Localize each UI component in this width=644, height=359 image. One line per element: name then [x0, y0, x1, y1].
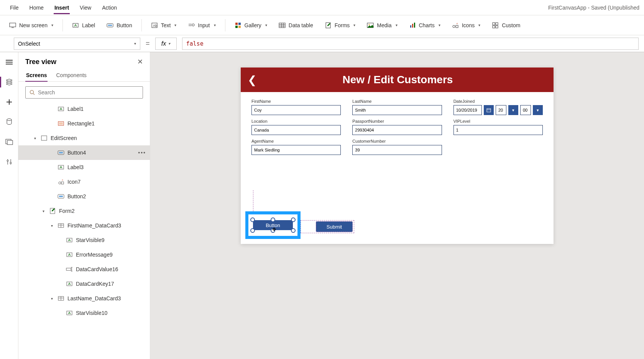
hamburger-button[interactable] — [4, 57, 15, 68]
tree-item-datacardvalue16[interactable]: DataCardValue16 — [18, 262, 150, 277]
tree-item-label3[interactable]: Label3 — [18, 160, 150, 175]
menu-view[interactable]: View — [74, 2, 97, 14]
tab-components[interactable]: Components — [55, 69, 87, 81]
chevron-icon[interactable]: ▾ — [49, 296, 54, 301]
custnum-input[interactable] — [352, 145, 442, 155]
hour-dropdown[interactable]: ▾ — [508, 105, 518, 115]
tab-screens[interactable]: Screens — [25, 69, 48, 81]
vip-label: VIPLevel — [453, 119, 543, 124]
svg-text:+: + — [456, 22, 458, 25]
tree-item-errormessage9[interactable]: ErrorMessage9 — [18, 247, 150, 262]
new-screen-button[interactable]: New screen▾ — [5, 20, 58, 31]
ribbon-button-label: Button — [117, 22, 132, 28]
property-select[interactable]: OnSelect ▾ — [14, 38, 140, 50]
resize-handle[interactable] — [250, 217, 255, 222]
charts-button[interactable]: Charts▾ — [404, 20, 445, 31]
custom-icon — [492, 22, 499, 29]
submit-button[interactable]: Submit — [316, 221, 353, 232]
svg-rect-4 — [108, 25, 112, 26]
menu-file[interactable]: File — [5, 2, 24, 14]
tree-item-starvisible10[interactable]: StarVisible10 — [18, 306, 150, 320]
datatable-button[interactable]: Data table — [274, 20, 318, 31]
form-header: ❮ New / Edit Customers — [241, 68, 554, 92]
menu-action[interactable]: Action — [97, 2, 122, 14]
forms-button[interactable]: Forms▾ — [320, 20, 360, 31]
tree-item-label1[interactable]: Label1 — [18, 102, 150, 116]
resize-handle[interactable] — [291, 228, 296, 233]
vip-input[interactable] — [453, 125, 543, 135]
lastname-input[interactable] — [352, 105, 442, 115]
button4-control[interactable]: Button ✥ — [253, 220, 293, 230]
separator — [62, 19, 63, 31]
resize-handle[interactable] — [271, 217, 275, 222]
menu-insert[interactable]: Insert — [49, 2, 74, 14]
search-input[interactable] — [38, 89, 139, 96]
label-button[interactable]: Label — [67, 20, 100, 31]
ribbon-datatable-label: Data table — [289, 22, 313, 28]
tree-item-label: ErrorMessage9 — [76, 252, 113, 258]
gallery-button[interactable]: Gallery▾ — [230, 20, 272, 31]
custom-button[interactable]: Custom — [487, 20, 525, 31]
media-button[interactable]: Media▾ — [362, 20, 402, 31]
menu-home[interactable]: Home — [24, 2, 49, 14]
tree-item-starvisible9[interactable]: StarVisible9 — [18, 233, 150, 247]
tree-item-button4[interactable]: Button4••• — [18, 145, 150, 160]
ribbon-label: Label — [82, 22, 95, 28]
data-button[interactable] — [4, 117, 15, 127]
charts-icon — [409, 22, 416, 29]
svg-point-25 — [453, 25, 455, 28]
tree-item-lastname_datacard3[interactable]: ▾LastName_DataCard3 — [18, 291, 150, 306]
tree-item-icon7[interactable]: +Icon7 — [18, 175, 150, 189]
text-button[interactable]: Ab Text▾ — [146, 20, 181, 31]
button-icon — [58, 193, 64, 200]
firstname-input[interactable] — [251, 105, 341, 115]
chevron-icon[interactable]: ▾ — [32, 136, 38, 140]
calendar-icon[interactable] — [484, 105, 494, 115]
formula-input[interactable]: false — [182, 38, 639, 50]
resize-handle[interactable] — [291, 217, 296, 222]
icon-icon: + — [58, 178, 64, 185]
tree-item-button2[interactable]: Button2 — [18, 189, 150, 204]
main: Tree view ✕ Screens Components Label1Rec… — [0, 52, 644, 359]
minute-input[interactable]: 00 — [520, 105, 531, 115]
location-input[interactable] — [251, 125, 341, 135]
minute-dropdown[interactable]: ▾ — [533, 105, 543, 115]
tree-view-button[interactable] — [4, 77, 15, 87]
resize-handle[interactable] — [250, 228, 255, 233]
input-button[interactable]: Input▾ — [183, 20, 220, 31]
button-button[interactable]: Button — [102, 20, 136, 31]
chevron-down-icon: ▾ — [478, 23, 480, 27]
fx-button[interactable]: fx▾ — [155, 38, 177, 50]
date-input[interactable]: 10/20/2019 — [453, 105, 482, 115]
tree-item-firstname_datacard3[interactable]: ▾FirstName_DataCard3 — [18, 218, 150, 233]
hour-input[interactable]: 20 — [496, 105, 506, 115]
advanced-button[interactable] — [4, 156, 15, 167]
chevron-icon[interactable]: ▾ — [49, 224, 54, 228]
back-arrow-icon[interactable]: ❮ — [248, 74, 256, 86]
svg-point-43 — [10, 162, 12, 164]
label-icon — [58, 164, 64, 171]
canvas[interactable]: ❮ New / Edit Customers FirstName LastNam… — [241, 68, 554, 244]
svg-rect-29 — [496, 23, 498, 25]
screen-icon — [41, 135, 48, 142]
passport-input[interactable] — [352, 125, 442, 135]
close-icon[interactable]: ✕ — [137, 58, 143, 66]
tree-item-datacardkey17[interactable]: DataCardKey17 — [18, 277, 150, 291]
svg-rect-30 — [493, 26, 495, 28]
search-box[interactable] — [25, 86, 143, 99]
selected-control[interactable]: Button ✥ — [245, 211, 301, 239]
icons-button[interactable]: + Icons▾ — [447, 20, 485, 31]
agent-input[interactable] — [251, 145, 341, 155]
tree-item-label: LastName_DataCard3 — [67, 295, 121, 301]
more-icon[interactable]: ••• — [138, 150, 146, 156]
gallery-icon — [235, 22, 242, 29]
tree-item-editscreen[interactable]: ▾EditScreen — [18, 131, 150, 145]
tree-item-label: EditScreen — [51, 135, 77, 141]
tree-item-rectangle1[interactable]: Rectangle1 — [18, 116, 150, 131]
lastname-label: LastName — [352, 99, 442, 104]
media-panel-button[interactable] — [4, 137, 15, 147]
tree-body[interactable]: Label1Rectangle1▾EditScreenButton4•••Lab… — [18, 102, 150, 359]
chevron-icon[interactable]: ▾ — [41, 209, 46, 213]
tree-item-form2[interactable]: ▾Form2 — [18, 204, 150, 218]
insert-button[interactable] — [4, 97, 15, 107]
